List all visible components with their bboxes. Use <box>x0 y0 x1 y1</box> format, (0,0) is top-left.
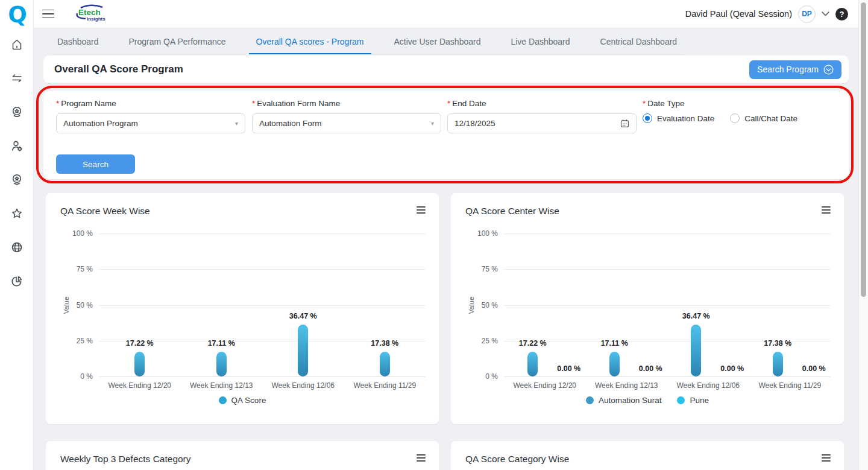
evaluation-form-name-select[interactable]: Automation Form ▾ <box>252 113 441 133</box>
legend-label: QA Score <box>231 396 266 405</box>
y-tick-label: 75 % <box>57 265 93 273</box>
svg-text:Etech: Etech <box>78 8 101 17</box>
chart-title: Weekly Top 3 Defects Category <box>60 454 191 465</box>
end-date-label: *End Date <box>447 99 637 108</box>
qa-badge-icon-2[interactable] <box>10 173 24 187</box>
date-type-label: *Date Type <box>643 99 841 108</box>
value-label: 17.22 % <box>519 339 547 348</box>
chart-title: QA Score Category Wise <box>465 454 569 465</box>
x-category-label: Week Ending 11/29 <box>353 381 416 390</box>
gridline <box>504 376 831 377</box>
y-tick-label: 75 % <box>462 265 498 273</box>
select-caret-icon: ▾ <box>431 120 434 127</box>
search-form-card: *Program Name Automation Program ▾ *Eval… <box>43 91 849 179</box>
scrollbar-thumb[interactable] <box>861 2 866 297</box>
bar <box>216 352 227 376</box>
end-date-input[interactable]: 12/18/2025 <box>447 113 637 133</box>
pie-chart-icon[interactable] <box>10 274 24 288</box>
chevron-down-icon[interactable] <box>822 11 829 16</box>
home-icon[interactable] <box>10 37 24 52</box>
legend-item-pune[interactable]: Pune <box>677 396 709 405</box>
y-tick-label: 25 % <box>57 337 93 345</box>
calendar-icon <box>620 119 629 128</box>
select-caret-icon: ▾ <box>235 120 238 127</box>
x-category-label: Week Ending 12/06 <box>271 381 335 390</box>
zero-value-label: 0.00 % <box>639 364 662 373</box>
value-label: 17.38 % <box>371 339 398 348</box>
x-category-label: Week Ending 12/06 <box>676 381 740 390</box>
top-header: Etech Insights David Paul (Qeval Session… <box>34 0 858 28</box>
zero-value-label: 0.00 % <box>802 364 826 373</box>
search-button[interactable]: Search <box>56 154 135 174</box>
page-title: Overall QA Score Program <box>54 63 183 75</box>
gridline <box>99 305 426 306</box>
bar <box>134 352 145 376</box>
sidebar: Q <box>0 0 34 470</box>
swap-arrows-icon[interactable] <box>10 71 24 86</box>
tab-centrical-dashboard[interactable]: Centrical Dashboard <box>593 30 685 54</box>
gridline <box>99 376 426 377</box>
x-category-label: Week Ending 12/20 <box>513 381 576 390</box>
globe-icon[interactable] <box>10 240 24 255</box>
chart-plot: 0 %25 %50 %75 %100 %ValueWeek Ending 12/… <box>451 193 844 424</box>
user-name: David Paul (Qeval Session) <box>685 9 792 19</box>
tab-overall-qa-scores-program[interactable]: Overall QA scores - Program <box>249 30 371 54</box>
value-label: 17.11 % <box>208 339 235 348</box>
radio-unselected-icon <box>730 113 740 123</box>
y-tick-label: 50 % <box>57 301 93 310</box>
legend-item-qa-score[interactable]: QA Score <box>219 396 266 405</box>
radio-call-chat-date[interactable]: Call/Chat Date <box>730 113 797 123</box>
x-category-label: Week Ending 12/13 <box>190 381 253 390</box>
x-category-label: Week Ending 12/20 <box>108 381 171 390</box>
radio-evaluation-date[interactable]: Evaluation Date <box>643 113 714 123</box>
tab-dashboard[interactable]: Dashboard <box>50 30 106 54</box>
gridline <box>99 233 426 234</box>
gridline <box>504 305 831 306</box>
y-tick-label: 25 % <box>462 337 498 345</box>
y-tick-label: 0 % <box>57 372 93 381</box>
chevron-circle-icon <box>823 65 834 75</box>
gridline <box>504 269 831 270</box>
search-program-label: Search Program <box>757 65 819 74</box>
gridline <box>99 269 426 270</box>
value-label: 17.38 % <box>764 339 791 348</box>
help-icon[interactable]: ? <box>835 8 848 21</box>
search-program-button[interactable]: Search Program <box>749 60 841 79</box>
bar <box>298 325 308 376</box>
tab-program-qa-performance[interactable]: Program QA Performance <box>122 30 233 54</box>
program-name-select[interactable]: Automation Program ▾ <box>56 113 245 133</box>
legend-dot-icon <box>586 396 594 404</box>
svg-text:Insights: Insights <box>87 16 105 22</box>
chart-menu-icon[interactable] <box>417 454 426 462</box>
page-scrollbar <box>858 0 868 470</box>
bar <box>773 352 783 376</box>
evaluation-form-name-label: *Evaluation Form Name <box>252 99 441 108</box>
x-category-label: Week Ending 12/13 <box>595 381 658 390</box>
bar <box>527 352 538 376</box>
x-category-label: Week Ending 11/29 <box>758 381 821 390</box>
qa-score-center-wise-card: QA Score Center Wise 0 %25 %50 %75 %100 … <box>451 193 844 424</box>
legend-dot-icon <box>677 396 685 404</box>
legend-item-automation-surat[interactable]: Automation Surat <box>586 396 661 405</box>
qa-badge-icon[interactable] <box>10 105 24 119</box>
legend-label: Pune <box>690 396 709 405</box>
chart-menu-icon[interactable] <box>822 454 831 462</box>
avatar[interactable]: DP <box>798 5 816 23</box>
page-title-card: Overall QA Score Program Search Program <box>43 56 849 83</box>
tab-live-dashboard[interactable]: Live Dashboard <box>503 30 577 54</box>
star-icon[interactable] <box>10 206 24 221</box>
chart-legend: QA Score <box>46 396 439 405</box>
radio-selected-icon <box>643 113 652 123</box>
user-settings-icon[interactable] <box>10 139 24 153</box>
bar <box>609 352 620 376</box>
bar <box>691 325 701 376</box>
chart-plot: 0 %25 %50 %75 %100 %ValueWeek Ending 12/… <box>46 193 439 424</box>
tab-active-user-dashboard[interactable]: Active User Dashboard <box>387 30 488 54</box>
y-tick-label: 100 % <box>462 229 498 238</box>
qa-score-category-wise-card: QA Score Category Wise <box>451 441 844 470</box>
y-tick-label: 100 % <box>57 229 93 238</box>
value-label: 36.47 % <box>682 312 710 320</box>
menu-toggle-icon[interactable] <box>42 10 54 19</box>
etech-insights-logo: Etech Insights <box>72 4 108 24</box>
value-label: 17.11 % <box>601 339 628 348</box>
